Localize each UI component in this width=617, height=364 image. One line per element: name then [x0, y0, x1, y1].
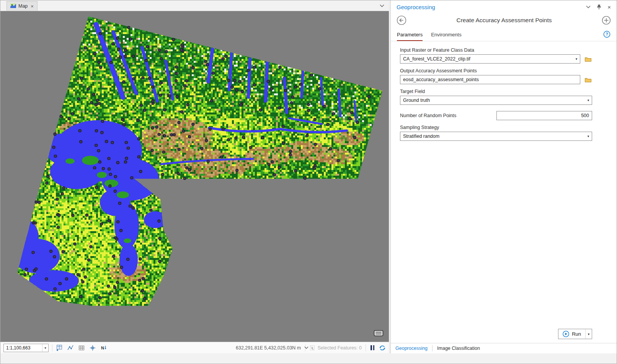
panel-tab-image-classification[interactable]: Image Classification	[437, 346, 480, 351]
input-raster-combobox[interactable]: CA_forest_VLCE2_2022_clip.tif ▾	[400, 54, 580, 64]
panel-close-icon[interactable]: ×	[607, 4, 611, 10]
map-scale-select[interactable]: 1:1,100,663 ▾	[3, 344, 49, 352]
random-points-input[interactable]	[496, 111, 592, 120]
tab-environments[interactable]: Environments	[431, 29, 461, 41]
help-button[interactable]: ?	[603, 31, 610, 39]
plus-circle-icon	[602, 16, 611, 25]
refresh-icon	[379, 344, 386, 351]
map-status-bar: 1:1,100,663 ▾	[0, 342, 389, 353]
panel-tab-separator	[432, 345, 433, 351]
back-button[interactable]	[397, 15, 406, 25]
map-overview-button[interactable]	[374, 330, 384, 339]
target-field-combobox[interactable]: Ground truth ▾	[400, 96, 592, 105]
run-options-caret[interactable]: ▾	[585, 329, 592, 339]
editing-toolbar-icon[interactable]	[56, 344, 63, 351]
input-raster-label: Input Raster or Feature Class Data	[400, 47, 592, 53]
sampling-strategy-value: Stratified random	[400, 134, 585, 139]
panel-tab-bar: Geoprocessing Image Classification	[391, 343, 617, 353]
selected-features-status[interactable]: Selected Features: 0	[309, 345, 362, 351]
map-view-tab[interactable]: Map ×	[7, 1, 38, 11]
run-button[interactable]: Run ▾	[558, 329, 592, 339]
help-icon: ?	[603, 31, 610, 38]
add-to-model-button[interactable]	[602, 16, 611, 25]
pause-drawing-button[interactable]	[370, 345, 375, 350]
random-points-label: Number of Random Points	[400, 113, 456, 118]
dropdown-caret-icon[interactable]: ▾	[585, 98, 592, 102]
selected-features-label: Selected Features: 0	[318, 345, 362, 351]
target-field-value: Ground truth	[400, 98, 585, 103]
tool-tab-bar: Parameters Environments ?	[391, 29, 617, 41]
status-toolbar: N	[56, 344, 107, 351]
status-separator	[52, 344, 52, 351]
output-points-label: Output Accuracy Assessment Points	[400, 68, 592, 73]
attribute-grid-icon[interactable]	[78, 344, 85, 351]
geoprocessing-panel: Geoprocessing × Create Accuracy Assessme…	[390, 0, 617, 353]
folder-icon	[584, 77, 592, 83]
tab-parameters[interactable]: Parameters	[397, 29, 423, 41]
map-overview-icon	[374, 330, 384, 337]
coordinates-caret-icon	[304, 346, 308, 349]
input-raster-value: CA_forest_VLCE2_2022_clip.tif	[400, 56, 573, 62]
arcgis-pro-window: Map × 1:1,100,6	[0, 0, 617, 364]
map-canvas[interactable]	[0, 11, 389, 342]
panel-tab-geoprocessing[interactable]: Geoprocessing	[395, 346, 428, 351]
snapping-icon[interactable]	[89, 344, 96, 351]
status-right-group: Selected Features: 0	[305, 344, 386, 351]
map-tab-close-icon[interactable]: ×	[31, 3, 34, 9]
svg-text:N: N	[101, 346, 104, 350]
back-arrow-icon	[397, 15, 406, 25]
view-tab-strip: Map ×	[0, 0, 389, 11]
panel-title: Geoprocessing	[397, 4, 586, 10]
pin-icon[interactable]	[596, 4, 602, 10]
north-arrow-icon[interactable]: N	[100, 344, 107, 351]
sampling-strategy-combobox[interactable]: Stratified random ▾	[400, 132, 592, 141]
input-raster-browse-button[interactable]	[584, 55, 592, 62]
map-view-pane: Map × 1:1,100,6	[0, 0, 389, 353]
panel-menu-icon[interactable]	[586, 5, 591, 8]
selected-features-icon	[309, 345, 315, 351]
target-field-label: Target Field	[400, 89, 592, 94]
panel-header: Geoprocessing ×	[391, 0, 617, 13]
run-play-icon	[563, 331, 569, 337]
sampling-strategy-label: Sampling Strategy	[400, 125, 592, 130]
tab-strip-menu-icon[interactable]	[375, 4, 389, 7]
run-label: Run	[572, 331, 581, 337]
map-thumbnail-icon	[10, 3, 16, 9]
output-points-input[interactable]	[400, 75, 580, 84]
dropdown-caret-icon[interactable]: ▾	[573, 57, 580, 61]
coordinates-value: 632,291.81E 5,432,025.03N m	[236, 345, 301, 351]
status-separator	[366, 344, 366, 351]
refresh-map-button[interactable]	[379, 344, 386, 351]
svg-text:?: ?	[606, 32, 608, 36]
scale-caret-icon: ▾	[42, 344, 48, 352]
tool-title: Create Accuracy Assessment Points	[410, 17, 598, 24]
run-row: Run ▾	[391, 329, 617, 343]
parameters-form: Input Raster or Feature Class Data CA_fo…	[391, 41, 617, 329]
dropdown-caret-icon[interactable]: ▾	[585, 134, 592, 138]
coordinates-display[interactable]: 632,291.81E 5,432,025.03N m	[236, 345, 308, 351]
output-points-browse-button[interactable]	[584, 76, 592, 83]
window-bottom-strip	[0, 353, 617, 364]
map-tab-label: Map	[18, 3, 28, 9]
map-canvas-area	[0, 11, 389, 342]
sketch-properties-icon[interactable]	[67, 344, 74, 351]
tool-header: Create Accuracy Assessment Points	[391, 13, 617, 29]
map-scale-value: 1:1,100,663	[4, 344, 42, 352]
folder-icon	[584, 56, 592, 62]
